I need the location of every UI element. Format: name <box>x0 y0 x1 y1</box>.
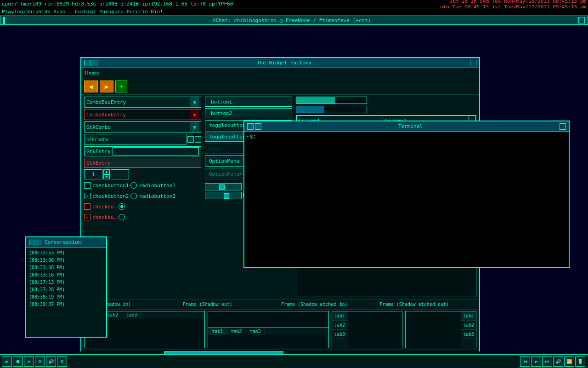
gtk-combo-1[interactable]: GtkCombo ▼ <box>84 121 201 132</box>
frame-shadow-etched-in: Frame (Shadow etched in) <box>281 302 378 307</box>
taskbar-icon-2[interactable]: ■ <box>13 356 23 367</box>
radiobutton-2-label: radiobutton2 <box>139 193 175 199</box>
gtk-entry-1[interactable]: GtkEntry <box>84 146 201 156</box>
now-playing-text: Playing:Shishido Rumi - Fushigi Purupuru… <box>2 9 163 15</box>
terminal-titlebar: Terminal <box>244 121 569 132</box>
xchat-window-controls <box>3 17 5 23</box>
system-stats: cpu:7 tmp:109 ram:692M hd:3.53G u:100B d… <box>2 1 440 7</box>
vtab-3-1[interactable]: tab1 <box>332 311 347 321</box>
wf-menu-theme[interactable]: Theme <box>84 70 99 76</box>
spin-extra[interactable] <box>111 169 129 179</box>
tab-1-3[interactable]: tab3 <box>122 311 141 319</box>
taskbar-media-prev[interactable]: ⏮ <box>520 356 530 367</box>
button-2[interactable]: button2 <box>205 108 292 118</box>
vtab-4-2[interactable]: tab2 <box>461 321 476 330</box>
taskbar-network[interactable]: 📶 <box>564 356 574 367</box>
xchat-close-button[interactable] <box>578 17 585 23</box>
taskbar-icon-4[interactable]: ⚙ <box>35 356 45 367</box>
wf-minimize-button[interactable] <box>84 60 90 66</box>
message-8: (08:39:37 PM) <box>29 301 103 308</box>
hscale-2[interactable] <box>205 192 242 199</box>
checkbutton-1[interactable] <box>84 182 90 189</box>
terminal-maximize-button[interactable] <box>255 123 261 130</box>
notebook-2-tabs: tab1 tab2 tab3 <box>208 328 328 335</box>
taskbar-icon-6[interactable]: ⊞ <box>57 356 67 367</box>
progressbar-2-fill <box>296 106 324 113</box>
vtab-4-1[interactable]: tab1 <box>461 311 476 321</box>
xchat-title: XChat: chibihogoshino @ FreeNode / #time… <box>213 17 371 23</box>
wf-back-button[interactable]: ◀ <box>84 80 98 92</box>
gtk-combo-2[interactable]: GtkCombo <box>84 134 187 145</box>
spin-buttons: ▲ ▼ <box>103 169 110 179</box>
radiobutton-4[interactable] <box>119 214 125 220</box>
taskbar-icon-5[interactable]: 🔊 <box>46 356 56 367</box>
tab-2-3[interactable]: tab3 <box>246 328 265 335</box>
checkbutton-2-label: checkbutton2 <box>92 193 129 199</box>
terminal-content[interactable]: ~$: <box>244 132 569 142</box>
spin-field[interactable]: 1 <box>84 169 102 179</box>
conv-btn-2[interactable] <box>36 240 41 245</box>
gtk-combo-check[interactable] <box>187 136 194 143</box>
taskbar-battery[interactable]: 🔋 <box>575 356 585 367</box>
message-2: (08:33:06 PM) <box>29 257 103 264</box>
hscale-thumb-2[interactable] <box>224 193 229 199</box>
tab-2-1[interactable]: tab1 <box>208 328 227 336</box>
vtab-4-3[interactable]: tab3 <box>461 330 476 339</box>
terminal-minimize-button[interactable] <box>247 123 254 130</box>
gtk-combo-check2[interactable] <box>195 136 201 143</box>
combo-arrow-3[interactable]: ▼ <box>190 122 199 132</box>
button-1[interactable]: button1 <box>205 97 292 107</box>
widget-factory-titlebar: The Widget Factory <box>81 58 479 68</box>
radiobutton-1-label: radiobutton1 <box>139 183 175 189</box>
spin-up-button[interactable]: ▲ <box>103 169 110 174</box>
terminal-close-button[interactable] <box>560 123 566 130</box>
wf-close-button[interactable] <box>470 60 476 66</box>
radiobutton-1[interactable] <box>130 182 137 189</box>
wf-add-button[interactable]: + <box>115 80 127 92</box>
radiobutton-2[interactable] <box>130 193 137 199</box>
taskbar: ▶ ■ ❖ ⚙ 🔊 ⊞ ⏮ ▶ ⏭ 🔊 📶 🔋 <box>0 354 588 368</box>
wf-window-controls <box>84 60 98 66</box>
hscale-thumb-1[interactable] <box>219 184 225 190</box>
checkbutton-3-label: checkbu… <box>92 204 117 210</box>
xchat-maximize-button[interactable] <box>4 17 5 24</box>
taskbar-media-play[interactable]: ▶ <box>531 356 541 367</box>
vtab-3-2[interactable]: tab2 <box>332 321 347 330</box>
notebook-2: tab1 tab2 tab3 <box>208 311 328 348</box>
taskbar-icon-1[interactable]: ▶ <box>2 356 12 367</box>
terminal-window-controls <box>247 123 261 130</box>
conv-btn-1[interactable] <box>29 240 34 245</box>
vtab-3-3[interactable]: tab3 <box>332 330 347 339</box>
radiobutton-3[interactable] <box>119 203 125 210</box>
checkbutton-4[interactable]: ✓ <box>84 214 90 220</box>
conversation-messages: (08:32:53 PM) (08:33:06 PM) (08:33:08 PM… <box>26 247 106 310</box>
conversation-title: Conversation <box>45 239 81 245</box>
notebook-3: tab1 tab2 tab3 <box>332 311 403 348</box>
checkbutton-4-label: checkbu… <box>92 214 117 220</box>
taskbar-media-next[interactable]: ⏭ <box>542 356 552 367</box>
wf-forward-button[interactable]: ▶ <box>100 80 113 92</box>
taskbar-icon-3[interactable]: ❖ <box>24 356 34 367</box>
wf-title: The Widget Factory <box>257 60 311 66</box>
combo-box-entry-1[interactable]: ComboBoxEntry ▼ <box>84 97 201 108</box>
combo-box-entry-2[interactable]: ComboBoxEntry ▼ <box>84 109 201 120</box>
gtk-entry-2[interactable]: GtkEntry <box>84 158 201 168</box>
conversation-titlebar: Conversation <box>26 237 106 247</box>
combo-arrow-1[interactable]: ▼ <box>190 97 199 107</box>
combo-arrow-2[interactable]: ▼ <box>190 109 199 120</box>
progressbar-2 <box>296 106 367 113</box>
checkbutton-2[interactable]: ✓ <box>84 193 90 199</box>
frame-shadow-out: Frame (Shadow out) <box>183 302 280 307</box>
terminal-window: Terminal ~$: <box>243 121 570 268</box>
wf-maximize-button[interactable] <box>92 60 98 66</box>
frame-shadow-etched-out: Frame (Shadow etched out) <box>380 302 477 307</box>
message-1: (08:32:53 PM) <box>29 249 103 257</box>
spin-down-button[interactable]: ▼ <box>103 174 110 179</box>
xchat-titlebar: XChat: chibihogoshino @ FreeNode / #time… <box>0 16 588 25</box>
tab-2-2[interactable]: tab2 <box>227 328 246 335</box>
taskbar-volume[interactable]: 🔊 <box>553 356 563 367</box>
message-7: (08:38:19 PM) <box>29 293 103 301</box>
checkbutton-1-label: checkbutton1 <box>92 183 129 189</box>
checkbutton-3[interactable] <box>84 203 90 210</box>
hscale-1[interactable] <box>205 183 242 190</box>
